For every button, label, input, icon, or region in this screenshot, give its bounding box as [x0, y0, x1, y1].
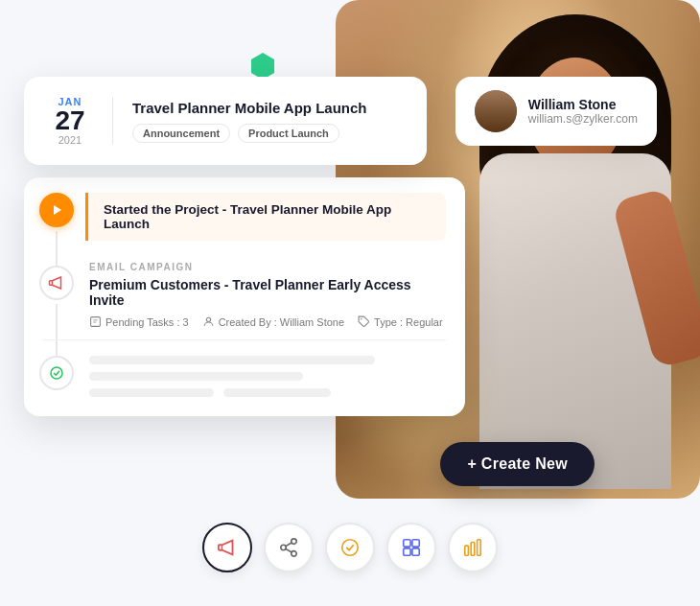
svg-line-11: [286, 543, 292, 547]
timeline-row-2: EMAIL CAMPAIGN Premium Customers - Trave…: [24, 250, 465, 339]
svg-rect-15: [404, 548, 410, 555]
nav-reports-btn[interactable]: [448, 523, 498, 572]
event-day: 27: [47, 107, 93, 134]
user-email: william.s@zylker.com: [528, 112, 638, 126]
timeline-highlight: Started the Project - Travel Planner Mob…: [85, 193, 446, 241]
timeline-item-title: Started the Project - Travel Planner Mob…: [104, 202, 431, 231]
event-divider: [112, 97, 113, 145]
svg-rect-19: [478, 540, 481, 556]
tag-product-launch: Product Launch: [238, 124, 339, 143]
date-block: JAN 27 2021: [47, 96, 93, 146]
svg-line-10: [286, 548, 292, 552]
timeline-row-1: Started the Project - Travel Planner Mob…: [24, 177, 465, 250]
activity-card: Started the Project - Travel Planner Mob…: [24, 177, 465, 416]
campaign-section: EMAIL CAMPAIGN Premium Customers - Trave…: [89, 250, 465, 339]
main-container: JAN 27 2021 Travel Planner Mobile App La…: [0, 0, 700, 606]
timeline-icon-megaphone: [39, 266, 74, 300]
nav-contacts-btn[interactable]: [386, 523, 436, 572]
svg-point-6: [51, 367, 62, 379]
timeline-icon-play: [39, 193, 74, 227]
svg-marker-0: [54, 205, 61, 215]
skeleton-line-3a: [89, 388, 214, 397]
event-title: Travel Planner Mobile App Launch: [132, 100, 404, 116]
tag-announcement: Announcement: [132, 124, 230, 143]
campaign-label: EMAIL CAMPAIGN: [89, 262, 446, 272]
svg-rect-16: [412, 548, 419, 555]
campaign-title: Premium Customers - Travel Planner Early…: [89, 277, 446, 308]
svg-rect-18: [471, 543, 475, 556]
svg-point-8: [281, 545, 287, 550]
skeleton-line-2: [89, 372, 303, 381]
svg-point-4: [206, 317, 210, 321]
nav-tasks-btn[interactable]: [325, 523, 375, 572]
create-new-button[interactable]: + Create New: [440, 442, 595, 486]
svg-point-5: [361, 318, 362, 320]
skeleton-section: [89, 340, 465, 416]
timeline-icon-check: [39, 356, 74, 390]
meta-pending: Pending Tasks : 3: [89, 315, 189, 328]
meta-type-text: Type : Regular: [374, 316, 443, 328]
event-info: Travel Planner Mobile App Launch Announc…: [132, 100, 404, 143]
event-year: 2021: [47, 134, 93, 146]
nav-share-btn[interactable]: [264, 523, 314, 572]
meta-pending-text: Pending Tasks : 3: [105, 316, 189, 328]
skeleton-line-3b: [223, 388, 331, 397]
event-card: JAN 27 2021 Travel Planner Mobile App La…: [24, 77, 427, 165]
meta-creator: Created By : William Stone: [202, 315, 344, 328]
svg-point-12: [342, 540, 359, 556]
user-name: William Stone: [528, 97, 638, 112]
nav-campaigns-btn[interactable]: [202, 523, 252, 572]
svg-point-9: [292, 551, 297, 557]
event-tags: Announcement Product Launch: [132, 124, 404, 143]
svg-point-7: [292, 539, 297, 545]
bottom-nav: [202, 523, 498, 572]
skeleton-line-1: [89, 356, 375, 364]
meta-creator-text: Created By : William Stone: [219, 316, 344, 328]
timeline-row-3: [24, 340, 465, 416]
user-card: William Stone william.s@zylker.com: [455, 77, 657, 146]
campaign-meta: Pending Tasks : 3 Created By : William S…: [89, 315, 446, 328]
hex-decoration: [249, 53, 276, 80]
avatar: [475, 90, 517, 132]
svg-rect-14: [412, 540, 419, 547]
svg-rect-1: [91, 317, 101, 327]
meta-type: Type : Regular: [358, 315, 443, 328]
svg-rect-17: [465, 546, 469, 555]
svg-rect-13: [404, 540, 410, 547]
user-info: William Stone william.s@zylker.com: [528, 97, 638, 126]
